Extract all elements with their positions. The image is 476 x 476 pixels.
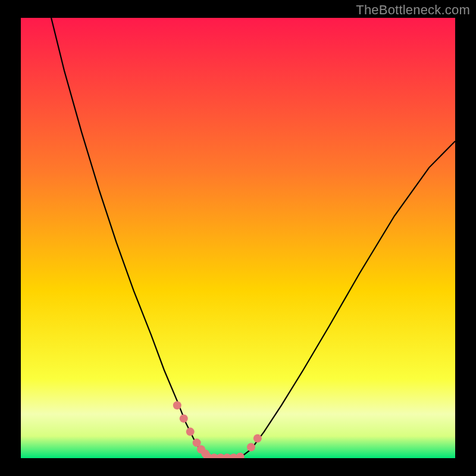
curve-layer <box>21 18 455 458</box>
chart-stage: TheBottleneck.com <box>0 0 476 476</box>
marker-dot <box>186 428 195 436</box>
marker-dot <box>236 453 245 458</box>
marker-dot <box>253 434 262 443</box>
bottleneck-curve <box>51 18 455 458</box>
marker-dot <box>247 443 255 452</box>
bottleneck-curve-path <box>51 18 455 458</box>
marker-cluster <box>173 401 262 458</box>
marker-dot <box>173 401 181 409</box>
plot-area <box>21 18 455 458</box>
watermark-text: TheBottleneck.com <box>356 2 470 18</box>
marker-dot <box>180 414 188 422</box>
